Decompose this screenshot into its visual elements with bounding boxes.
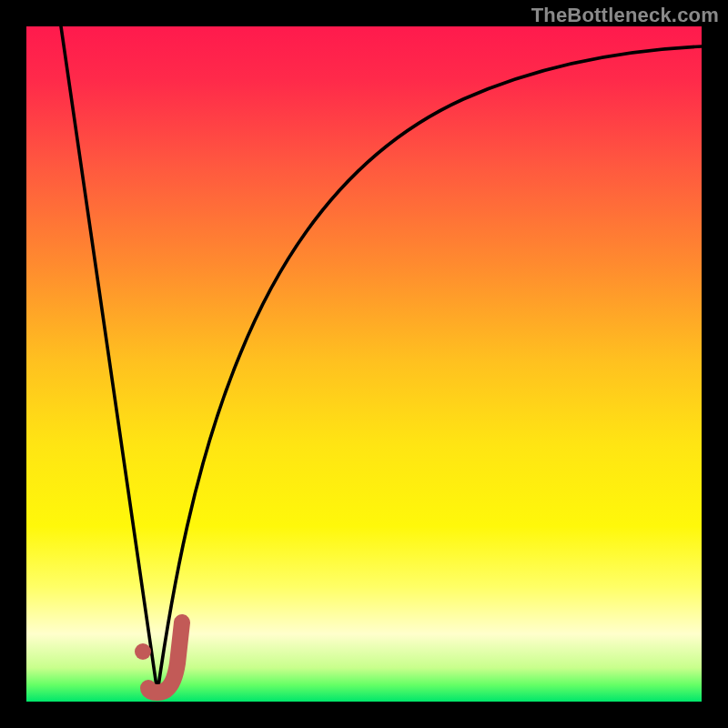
watermark-text: TheBottleneck.com	[531, 4, 719, 27]
curve-left-branch	[61, 26, 157, 693]
optimum-marker-dot	[135, 643, 151, 660]
chart-frame: TheBottleneck.com	[0, 0, 728, 728]
curves-layer	[26, 26, 702, 702]
plot-area	[26, 26, 702, 702]
curve-right-branch	[157, 46, 702, 693]
